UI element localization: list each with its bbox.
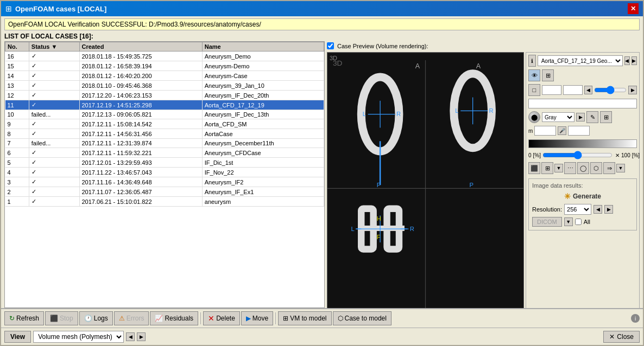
generate-star-icon: ✳ [564,192,571,201]
table-row[interactable]: 10failed...2017.12.13 - 09:06:05.821Aneu… [5,110,324,119]
num-slider[interactable] [594,86,627,94]
status-bar: OpenFOAM LOCAL Verification SUCCESSFUL: … [4,18,640,30]
square-icon-btn[interactable]: □ [528,84,540,96]
num-prev-button[interactable]: ◀ [584,86,593,94]
dots-btn[interactable]: ⋯ [564,162,576,174]
bottom-icon-row: ⬛ ⊞ ▼ ⋯ ◯ ⬡ ⇒ ▼ [528,162,637,174]
view-mode-button[interactable]: 👁 [528,69,540,81]
table-row[interactable]: 16✓2018.01.18 - 15:49:35.725Aneurysm_Dem… [5,52,324,61]
number-input-2[interactable]: 1 [563,85,583,95]
case-selector[interactable]: Aorta_CFD_17_12_19 Geo... [538,55,623,66]
table-row[interactable]: 4✓2017.11.22 - 13:46:57.043IF_Nov_22 [5,168,324,177]
color-sphere-btn[interactable]: ⬤ [528,111,540,123]
opacity-max-input[interactable]: 1.0 [568,126,590,136]
close-button-bottom[interactable]: ✕ Close [603,331,640,343]
table-container[interactable]: No. Status ▼ Created Name 16✓2018.01.18 … [5,42,324,307]
color-input[interactable] [528,99,637,108]
move-button[interactable]: ▶ Move [241,311,273,325]
mesh-selector[interactable]: Volume mesh (Polymesh) [33,331,124,343]
dicom-arrow-btn[interactable]: ▼ [564,217,573,226]
refresh-button[interactable]: ↻ Refresh [4,311,44,325]
cell-created: 2017.12.13 - 09:06:05.821 [79,110,202,119]
cell-no: 3 [5,177,29,187]
res-next-btn[interactable]: ▶ [604,205,613,214]
pct-slider[interactable] [542,151,613,159]
table-row[interactable]: 11✓2017.12.19 - 14:51:25.298Aorta_CFD_17… [5,100,324,110]
view3d-btn[interactable]: ⬛ [528,162,540,174]
color-edit-btn[interactable]: ✎ [586,111,598,123]
more-arrow-btn[interactable]: ▼ [616,164,625,172]
info-btn[interactable]: ℹ [528,55,536,67]
mesh-next-btn[interactable]: ▶ [137,332,146,341]
table-row[interactable]: 2✓2017.11.07 - 12:36:05.487Aneurysm_IF_E… [5,187,324,197]
mesh-prev-btn[interactable]: ◀ [126,332,135,341]
cases-table: No. Status ▼ Created Name 16✓2018.01.18 … [5,42,324,207]
color-preset-selector[interactable]: Gray [542,112,574,122]
icon-row-1: 👁 ⊞ [528,69,637,81]
arrow-btn[interactable]: ⇒ [603,162,615,174]
table-row[interactable]: 15✓2018.01.12 - 16:58:39.194Aneurysm-Dem… [5,61,324,71]
resolution-selector[interactable]: 256 [564,204,591,215]
window-title: OpenFOAM cases [LOCAL] [15,5,106,13]
table-row[interactable]: 12✓2017.12.20 - 14:06:23.153Aneurysm_IF_… [5,91,324,100]
opacity-min-input[interactable]: 0.0 [534,126,556,136]
cell-status: ✓ [29,158,79,168]
table-row[interactable]: 13✓2018.01.10 - 09:45:46.368Aneurysm_39_… [5,81,324,91]
logs-button[interactable]: 🕐 Logs [79,311,113,325]
vm-to-model-button[interactable]: ⊞ VM to model [278,311,331,325]
cell-created: 2017.11.16 - 14:36:49.648 [79,177,202,187]
res-prev-btn[interactable]: ◀ [594,205,602,214]
view-button[interactable]: View [4,331,31,343]
residuals-icon: 📈 [155,315,163,322]
cell-no: 1 [5,197,29,207]
preview-header: Case Preview (Volume rendering): [327,41,640,50]
cell-status: ✓ [29,91,79,100]
dicom-button[interactable]: DICOM [532,217,562,227]
cell-status: ✓ [29,81,79,91]
cell-created: 2018.01.12 - 16:40:20.200 [79,71,202,81]
table-row[interactable]: 8✓2017.12.11 - 14:56:31.456AortaCase [5,129,324,139]
case-to-model-button[interactable]: ⬡ Case to model [333,311,392,325]
table-row[interactable]: 1✓2017.06.21 - 15:10:01.822aneurysm [5,197,324,207]
preview-checkbox[interactable] [327,42,334,49]
svg-text:R: R [396,111,401,117]
pct-max-label: 100 [621,152,630,158]
table-row[interactable]: 6✓2017.12.11 - 11:59:32.221Aneurysm_CFDC… [5,148,324,158]
table-row[interactable]: 3✓2017.11.16 - 14:36:49.648Aneurysm_IF2 [5,177,324,187]
content-area: OpenFOAM LOCAL Verification SUCCESSFUL: … [1,16,643,345]
svg-text:P: P [469,182,473,188]
table-body: 16✓2018.01.18 - 15:49:35.725Aneurysm_Dem… [5,52,324,207]
grid-button[interactable]: ⊞ [542,69,554,81]
delete-label: Delete [216,315,235,322]
image-results-section: Image data results: ✳ Generate Resolutio… [528,178,637,230]
errors-button[interactable]: ⚠ Errors [114,311,149,325]
num-next-button[interactable]: ▶ [628,86,637,94]
table-row[interactable]: 9✓2017.12.11 - 15:08:14.542Aorta_CFD_SM [5,119,324,129]
all-checkbox[interactable] [575,219,582,225]
residuals-label: Residuals [165,315,193,322]
case-prev-button[interactable]: ◀ [624,56,630,65]
cell-status: failed... [29,139,79,148]
number-input-1[interactable]: 32 [542,85,561,95]
grid3-btn[interactable]: ⊞ [541,162,553,174]
grid-arrow-btn[interactable]: ▼ [554,164,563,172]
table-row[interactable]: 5✓2017.12.01 - 13:29:59.493IF_Dic_1st [5,158,324,168]
generate-button[interactable]: ✳ Generate [564,192,601,201]
residuals-button[interactable]: 📈 Residuals [150,311,198,325]
resolution-row: Resolution: 256 ◀ ▶ [532,204,633,215]
circle2-btn[interactable]: ⬡ [590,162,602,174]
table-row[interactable]: 14✓2018.01.12 - 16:40:20.200Aneurysm-Cas… [5,71,324,81]
cell-no: 10 [5,110,29,119]
color-grid2-btn[interactable]: ⊞ [600,111,612,123]
color-play-btn[interactable]: ▶ [576,113,585,121]
circle-btn[interactable]: ◯ [577,162,589,174]
table-row[interactable]: 7failed...2017.12.11 - 12:31:39.874Aneur… [5,139,324,148]
cell-name: Aneurysm_IF2 [202,177,324,187]
opacity-mic-btn[interactable]: 🎤 [558,126,566,135]
percent-row: 0 [%] ✕ 100 [%] [528,151,637,159]
stop-button[interactable]: ⬛ Stop [45,311,78,325]
delete-button[interactable]: ✕ Delete [203,311,240,325]
case-next-button[interactable]: ▶ [632,56,637,65]
close-button[interactable]: ✕ [628,3,639,14]
cell-name: Aneurysm-Demo [202,61,324,71]
